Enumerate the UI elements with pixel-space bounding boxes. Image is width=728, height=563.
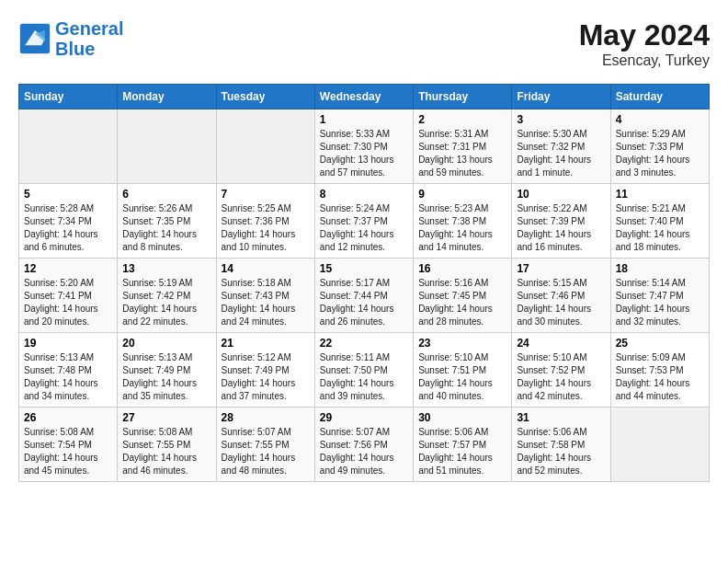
logo: General Blue bbox=[18, 18, 123, 59]
day-info: Sunrise: 5:11 AM Sunset: 7:50 PM Dayligh… bbox=[320, 351, 408, 403]
day-info: Sunrise: 5:12 AM Sunset: 7:49 PM Dayligh… bbox=[222, 351, 310, 403]
day-number: 13 bbox=[122, 262, 210, 275]
day-info: Sunrise: 5:06 AM Sunset: 7:58 PM Dayligh… bbox=[517, 426, 605, 477]
calendar-cell: 1Sunrise: 5:33 AM Sunset: 7:30 PM Daylig… bbox=[314, 109, 413, 184]
calendar-cell: 14Sunrise: 5:18 AM Sunset: 7:43 PM Dayli… bbox=[216, 259, 314, 333]
week-row-2: 12Sunrise: 5:20 AM Sunset: 7:41 PM Dayli… bbox=[19, 259, 710, 333]
day-number: 1 bbox=[320, 113, 408, 126]
month-year: May 2024 bbox=[579, 18, 710, 52]
day-number: 2 bbox=[418, 113, 506, 126]
day-number: 15 bbox=[320, 262, 408, 275]
calendar-cell: 7Sunrise: 5:25 AM Sunset: 7:36 PM Daylig… bbox=[216, 184, 314, 259]
calendar-cell: 9Sunrise: 5:23 AM Sunset: 7:38 PM Daylig… bbox=[414, 184, 512, 259]
day-info: Sunrise: 5:08 AM Sunset: 7:55 PM Dayligh… bbox=[122, 426, 210, 477]
day-info: Sunrise: 5:10 AM Sunset: 7:52 PM Dayligh… bbox=[517, 351, 605, 403]
day-number: 16 bbox=[418, 262, 506, 275]
day-number: 31 bbox=[517, 411, 605, 424]
page-header: General Blue May 2024 Esencay, Turkey bbox=[18, 18, 710, 69]
day-number: 27 bbox=[122, 411, 210, 424]
day-info: Sunrise: 5:07 AM Sunset: 7:55 PM Dayligh… bbox=[222, 426, 310, 477]
calendar-cell: 30Sunrise: 5:06 AM Sunset: 7:57 PM Dayli… bbox=[414, 408, 512, 482]
logo-text: General Blue bbox=[55, 18, 123, 59]
calendar-cell: 2Sunrise: 5:31 AM Sunset: 7:31 PM Daylig… bbox=[414, 109, 512, 184]
day-number: 4 bbox=[616, 113, 704, 126]
header-saturday: Saturday bbox=[610, 85, 709, 109]
day-info: Sunrise: 5:08 AM Sunset: 7:54 PM Dayligh… bbox=[24, 426, 112, 477]
calendar-cell: 19Sunrise: 5:13 AM Sunset: 7:48 PM Dayli… bbox=[19, 333, 118, 408]
calendar-cell: 25Sunrise: 5:09 AM Sunset: 7:53 PM Dayli… bbox=[610, 333, 709, 408]
day-number: 11 bbox=[616, 188, 704, 201]
calendar-cell: 15Sunrise: 5:17 AM Sunset: 7:44 PM Dayli… bbox=[314, 259, 413, 333]
header-thursday: Thursday bbox=[414, 85, 512, 109]
day-number: 20 bbox=[122, 337, 210, 350]
calendar-cell: 10Sunrise: 5:22 AM Sunset: 7:39 PM Dayli… bbox=[512, 184, 610, 259]
calendar-cell: 22Sunrise: 5:11 AM Sunset: 7:50 PM Dayli… bbox=[314, 333, 413, 408]
calendar-cell: 20Sunrise: 5:13 AM Sunset: 7:49 PM Dayli… bbox=[118, 333, 216, 408]
header-tuesday: Tuesday bbox=[216, 85, 314, 109]
day-info: Sunrise: 5:15 AM Sunset: 7:46 PM Dayligh… bbox=[517, 277, 605, 328]
day-info: Sunrise: 5:29 AM Sunset: 7:33 PM Dayligh… bbox=[616, 128, 704, 179]
header-wednesday: Wednesday bbox=[314, 85, 413, 109]
title-block: May 2024 Esencay, Turkey bbox=[579, 18, 710, 69]
day-number: 6 bbox=[122, 188, 210, 201]
day-number: 10 bbox=[517, 188, 605, 201]
day-number: 21 bbox=[222, 337, 310, 350]
calendar-body: 1Sunrise: 5:33 AM Sunset: 7:30 PM Daylig… bbox=[19, 109, 710, 482]
day-number: 5 bbox=[24, 188, 112, 201]
day-number: 17 bbox=[517, 262, 605, 275]
day-info: Sunrise: 5:10 AM Sunset: 7:51 PM Dayligh… bbox=[418, 351, 506, 403]
day-info: Sunrise: 5:13 AM Sunset: 7:48 PM Dayligh… bbox=[24, 351, 112, 403]
calendar-cell bbox=[610, 408, 709, 482]
calendar-cell bbox=[19, 109, 118, 184]
day-info: Sunrise: 5:07 AM Sunset: 7:56 PM Dayligh… bbox=[320, 426, 408, 477]
day-info: Sunrise: 5:06 AM Sunset: 7:57 PM Dayligh… bbox=[418, 426, 506, 477]
calendar-cell: 23Sunrise: 5:10 AM Sunset: 7:51 PM Dayli… bbox=[414, 333, 512, 408]
header-sunday: Sunday bbox=[19, 85, 118, 109]
calendar-cell: 26Sunrise: 5:08 AM Sunset: 7:54 PM Dayli… bbox=[19, 408, 118, 482]
day-info: Sunrise: 5:19 AM Sunset: 7:42 PM Dayligh… bbox=[122, 277, 210, 328]
day-info: Sunrise: 5:33 AM Sunset: 7:30 PM Dayligh… bbox=[320, 128, 408, 179]
day-info: Sunrise: 5:31 AM Sunset: 7:31 PM Dayligh… bbox=[418, 128, 506, 179]
calendar-cell: 24Sunrise: 5:10 AM Sunset: 7:52 PM Dayli… bbox=[512, 333, 610, 408]
day-info: Sunrise: 5:17 AM Sunset: 7:44 PM Dayligh… bbox=[320, 277, 408, 328]
calendar-table: SundayMondayTuesdayWednesdayThursdayFrid… bbox=[18, 84, 710, 482]
calendar-cell: 8Sunrise: 5:24 AM Sunset: 7:37 PM Daylig… bbox=[314, 184, 413, 259]
calendar-cell: 6Sunrise: 5:26 AM Sunset: 7:35 PM Daylig… bbox=[118, 184, 216, 259]
day-number: 19 bbox=[24, 337, 112, 350]
week-row-0: 1Sunrise: 5:33 AM Sunset: 7:30 PM Daylig… bbox=[19, 109, 710, 184]
logo-icon bbox=[18, 22, 51, 55]
day-info: Sunrise: 5:30 AM Sunset: 7:32 PM Dayligh… bbox=[517, 128, 605, 179]
day-info: Sunrise: 5:13 AM Sunset: 7:49 PM Dayligh… bbox=[122, 351, 210, 403]
day-number: 30 bbox=[418, 411, 506, 424]
calendar-cell: 28Sunrise: 5:07 AM Sunset: 7:55 PM Dayli… bbox=[216, 408, 314, 482]
calendar-cell bbox=[118, 109, 216, 184]
day-info: Sunrise: 5:21 AM Sunset: 7:40 PM Dayligh… bbox=[616, 202, 704, 254]
calendar-cell: 27Sunrise: 5:08 AM Sunset: 7:55 PM Dayli… bbox=[118, 408, 216, 482]
day-number: 12 bbox=[24, 262, 112, 275]
day-number: 8 bbox=[320, 188, 408, 201]
week-row-4: 26Sunrise: 5:08 AM Sunset: 7:54 PM Dayli… bbox=[19, 408, 710, 482]
calendar-cell: 31Sunrise: 5:06 AM Sunset: 7:58 PM Dayli… bbox=[512, 408, 610, 482]
day-info: Sunrise: 5:22 AM Sunset: 7:39 PM Dayligh… bbox=[517, 202, 605, 254]
day-number: 26 bbox=[24, 411, 112, 424]
day-info: Sunrise: 5:09 AM Sunset: 7:53 PM Dayligh… bbox=[616, 351, 704, 403]
day-number: 3 bbox=[517, 113, 605, 126]
calendar-cell: 11Sunrise: 5:21 AM Sunset: 7:40 PM Dayli… bbox=[610, 184, 709, 259]
calendar-cell: 29Sunrise: 5:07 AM Sunset: 7:56 PM Dayli… bbox=[314, 408, 413, 482]
day-number: 24 bbox=[517, 337, 605, 350]
day-number: 22 bbox=[320, 337, 408, 350]
calendar-cell bbox=[216, 109, 314, 184]
week-row-3: 19Sunrise: 5:13 AM Sunset: 7:48 PM Dayli… bbox=[19, 333, 710, 408]
calendar-cell: 18Sunrise: 5:14 AM Sunset: 7:47 PM Dayli… bbox=[610, 259, 709, 333]
day-number: 14 bbox=[222, 262, 310, 275]
day-info: Sunrise: 5:16 AM Sunset: 7:45 PM Dayligh… bbox=[418, 277, 506, 328]
calendar-cell: 4Sunrise: 5:29 AM Sunset: 7:33 PM Daylig… bbox=[610, 109, 709, 184]
calendar-cell: 17Sunrise: 5:15 AM Sunset: 7:46 PM Dayli… bbox=[512, 259, 610, 333]
day-info: Sunrise: 5:23 AM Sunset: 7:38 PM Dayligh… bbox=[418, 202, 506, 254]
week-row-1: 5Sunrise: 5:28 AM Sunset: 7:34 PM Daylig… bbox=[19, 184, 710, 259]
location: Esencay, Turkey bbox=[579, 52, 710, 69]
calendar-cell: 12Sunrise: 5:20 AM Sunset: 7:41 PM Dayli… bbox=[19, 259, 118, 333]
day-info: Sunrise: 5:20 AM Sunset: 7:41 PM Dayligh… bbox=[24, 277, 112, 328]
calendar-cell: 5Sunrise: 5:28 AM Sunset: 7:34 PM Daylig… bbox=[19, 184, 118, 259]
calendar-cell: 21Sunrise: 5:12 AM Sunset: 7:49 PM Dayli… bbox=[216, 333, 314, 408]
